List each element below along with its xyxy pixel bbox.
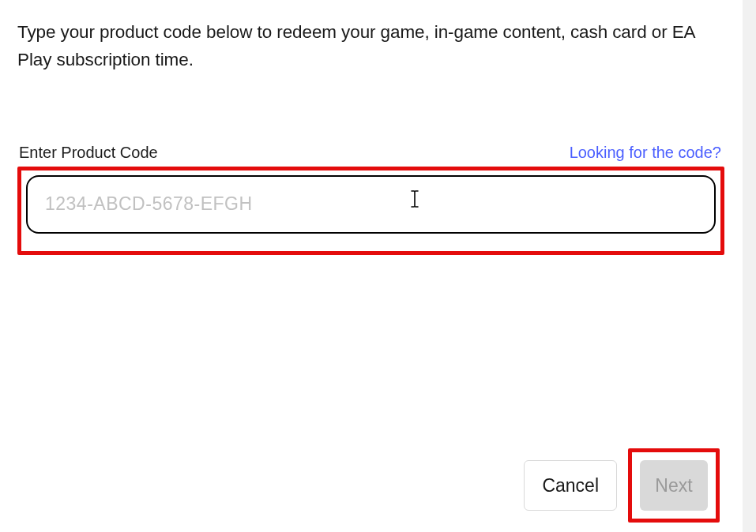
product-code-label: Enter Product Code	[19, 144, 158, 162]
dialog-buttons: Cancel Next	[524, 448, 720, 523]
instructions-text: Type your product code below to redeem y…	[17, 19, 724, 74]
product-code-input[interactable]	[26, 175, 716, 234]
cancel-button[interactable]: Cancel	[524, 460, 617, 511]
input-label-row: Enter Product Code Looking for the code?	[17, 144, 724, 162]
looking-for-code-link[interactable]: Looking for the code?	[570, 144, 721, 162]
redeem-code-panel: Type your product code below to redeem y…	[0, 0, 740, 532]
next-annotation-highlight: Next	[628, 448, 720, 523]
next-button[interactable]: Next	[640, 460, 708, 511]
vertical-scrollbar[interactable]	[743, 0, 756, 532]
input-annotation-highlight	[17, 167, 724, 255]
